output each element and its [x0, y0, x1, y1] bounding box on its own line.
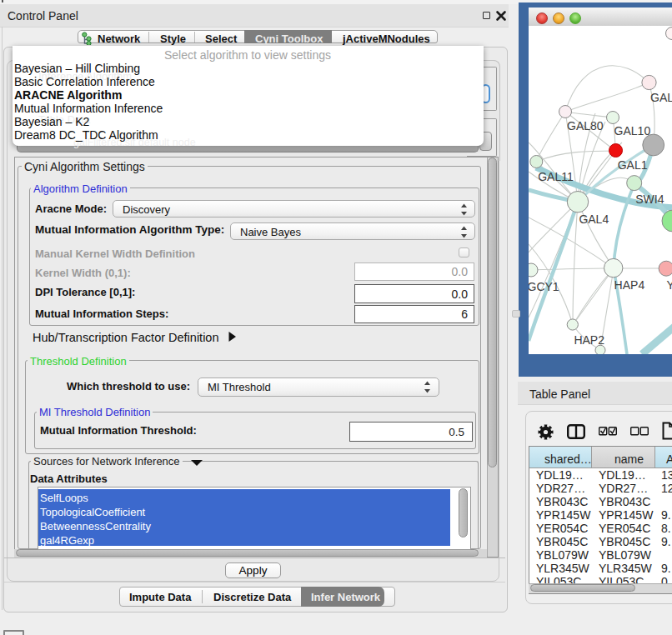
svg-text:GAL4: GAL4: [579, 212, 609, 226]
svg-text:GAL11: GAL11: [538, 170, 574, 183]
svg-text:GCY1: GCY1: [529, 280, 559, 293]
svg-text:GAL1: GAL1: [618, 158, 648, 172]
svg-text:SWI4: SWI4: [635, 192, 664, 206]
svg-text:GAL10: GAL10: [614, 124, 651, 138]
svg-text:Y: Y: [666, 278, 672, 292]
svg-text:GAL80: GAL80: [567, 119, 604, 132]
svg-text:HAP4: HAP4: [614, 278, 645, 292]
svg-text:HAP2: HAP2: [574, 333, 604, 347]
svg-text:GAL: GAL: [650, 91, 672, 104]
